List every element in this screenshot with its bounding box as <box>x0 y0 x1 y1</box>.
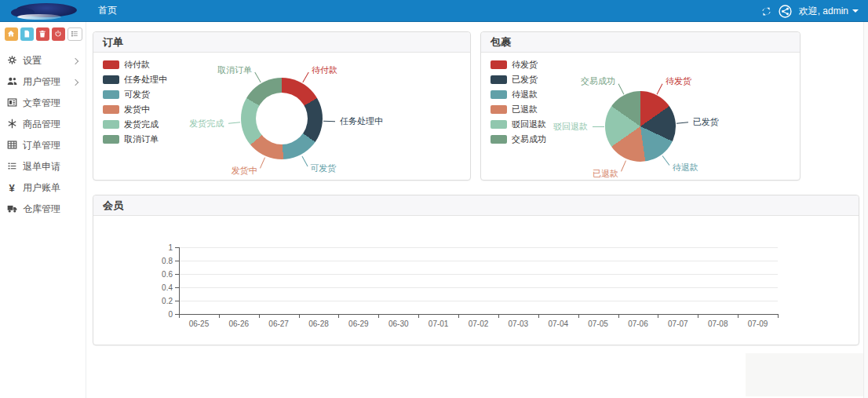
sidebar-item-7[interactable]: 仓库管理 <box>0 199 86 220</box>
legend-label: 驳回退款 <box>512 119 546 130</box>
legend-item[interactable]: 任务处理中 <box>103 74 167 86</box>
legend-item[interactable]: 已发货 <box>491 74 546 86</box>
legend-item[interactable]: 可发货 <box>103 89 167 100</box>
legend-label: 已发货 <box>512 74 538 86</box>
logo-swoosh <box>17 14 61 20</box>
home-icon <box>7 28 15 40</box>
legend-item[interactable]: 待发货 <box>491 59 546 71</box>
pie-label-line <box>618 84 624 95</box>
legend-item[interactable]: 交易成功 <box>491 133 546 145</box>
x-tick <box>259 314 260 318</box>
orders-pie-hole <box>256 93 308 144</box>
brand-logo[interactable] <box>11 1 83 21</box>
sidebar-item-label: 用户账单 <box>23 181 60 195</box>
y-axis-label: 0.2 <box>149 297 173 305</box>
navbar-right: 欢迎, admin <box>761 0 859 22</box>
legend-label: 待发货 <box>512 59 538 71</box>
pie-label-line <box>228 122 240 124</box>
pie-slice-label: 发货完成 <box>189 118 224 130</box>
y-axis-label: 0 <box>149 310 173 319</box>
pie-slice-label: 可发货 <box>310 162 336 174</box>
sidebar-item-0[interactable]: 设置 <box>0 50 86 71</box>
pie-label-line <box>323 120 335 122</box>
legend-swatch <box>103 75 119 84</box>
pie-label-line <box>621 160 626 171</box>
sidebar-item-5[interactable]: 退单申请 <box>0 156 86 177</box>
background-artifact <box>746 353 863 396</box>
sidebar-item-6[interactable]: ¥用户账单 <box>0 177 86 199</box>
legend-swatch <box>491 135 507 144</box>
refresh-icon[interactable] <box>761 6 771 16</box>
user-menu[interactable]: 欢迎, admin <box>799 5 859 18</box>
vertical-scrollbar[interactable] <box>863 22 868 398</box>
sidebar-item-label: 文章管理 <box>23 97 60 110</box>
x-tick <box>738 314 739 318</box>
sidebar-item-1[interactable]: 用户管理 <box>0 71 86 93</box>
orders-panel-title: 订单 <box>93 32 470 53</box>
x-axis-label: 07-03 <box>501 319 535 328</box>
legend-item[interactable]: 发货中 <box>103 104 167 115</box>
pie-label-line <box>260 157 265 168</box>
packages-pie[interactable] <box>605 91 676 162</box>
legend-label: 可发货 <box>124 89 150 100</box>
legend-item[interactable]: 待付款 <box>103 59 167 71</box>
sidebar-item-label: 商品管理 <box>23 118 60 131</box>
legend-item[interactable]: 取消订单 <box>103 133 167 145</box>
orders-chart[interactable]: 待付款任务处理中可发货发货中发货完成取消订单 待付款任务处理中可发货发货中发货完… <box>93 53 470 180</box>
pie-slice-label: 发货中 <box>232 164 257 176</box>
sidebar-item-label: 退单申请 <box>23 160 60 173</box>
chevron-right-icon <box>72 79 78 85</box>
packages-chart[interactable]: 待发货已发货待退款已退款驳回退款交易成功 待发货已发货待退款已退款驳回退款交易成… <box>481 53 800 180</box>
x-tick <box>458 314 459 318</box>
x-tick <box>418 314 419 318</box>
legend-swatch <box>491 60 507 69</box>
article-icon <box>7 97 17 110</box>
sidebar-toolbar <box>0 22 86 46</box>
nav-home-link[interactable]: 首页 <box>98 4 117 17</box>
sidebar-item-4[interactable]: 订单管理 <box>0 135 86 156</box>
legend-label: 取消订单 <box>124 133 159 145</box>
file-icon <box>23 28 31 40</box>
sidebar-item-2[interactable]: 文章管理 <box>0 93 86 114</box>
packages-legend: 待发货已发货待退款已退款驳回退款交易成功 <box>491 59 546 145</box>
legend-label: 已退款 <box>512 104 538 115</box>
pie-slice-label: 待退款 <box>673 162 698 173</box>
pie-slice-label: 待付款 <box>312 64 337 75</box>
orders-legend: 待付款任务处理中可发货发货中发货完成取消订单 <box>103 59 167 145</box>
y-axis-label: 0.8 <box>149 257 173 265</box>
pie-label-line <box>593 126 604 127</box>
menu-toggle-button[interactable] <box>67 27 82 41</box>
sidebar-menu: 设置用户管理文章管理商品管理订单管理退单申请¥用户账单仓库管理 <box>0 46 86 220</box>
packages-panel-title: 包裹 <box>481 32 800 53</box>
goods-icon <box>7 119 17 131</box>
members-chart[interactable]: 10.80.60.40.2006-2506-2606-2706-2806-290… <box>93 216 859 345</box>
x-tick <box>618 314 619 318</box>
pie-label-line <box>254 72 261 82</box>
avatar[interactable] <box>779 5 792 18</box>
file-button[interactable] <box>20 27 34 41</box>
y-axis-label: 0.4 <box>149 283 173 292</box>
welcome-text: 欢迎, admin <box>799 5 848 18</box>
x-axis-label: 06-25 <box>181 319 216 328</box>
pie-slice-label: 交易成功 <box>581 75 615 87</box>
x-axis-label: 06-29 <box>341 319 376 328</box>
legend-item[interactable]: 驳回退款 <box>491 119 546 130</box>
x-axis-label: 07-07 <box>661 319 695 328</box>
legend-swatch <box>103 135 119 144</box>
legend-item[interactable]: 待退款 <box>491 89 546 100</box>
legend-item[interactable]: 已退款 <box>491 104 546 115</box>
sidebar-item-3[interactable]: 商品管理 <box>0 114 86 135</box>
power-button[interactable] <box>52 27 65 41</box>
legend-swatch <box>103 120 119 129</box>
home-button[interactable] <box>5 27 18 41</box>
x-tick <box>299 314 300 318</box>
trash-button[interactable] <box>36 27 49 41</box>
legend-label: 发货完成 <box>124 119 159 130</box>
gridline <box>179 261 778 261</box>
x-axis-label: 07-01 <box>421 319 456 328</box>
legend-item[interactable]: 发货完成 <box>103 119 167 130</box>
users-icon <box>7 76 17 89</box>
sidebar-item-label: 仓库管理 <box>23 203 60 216</box>
x-tick <box>338 314 339 318</box>
sidebar-item-label: 用户管理 <box>23 75 60 89</box>
